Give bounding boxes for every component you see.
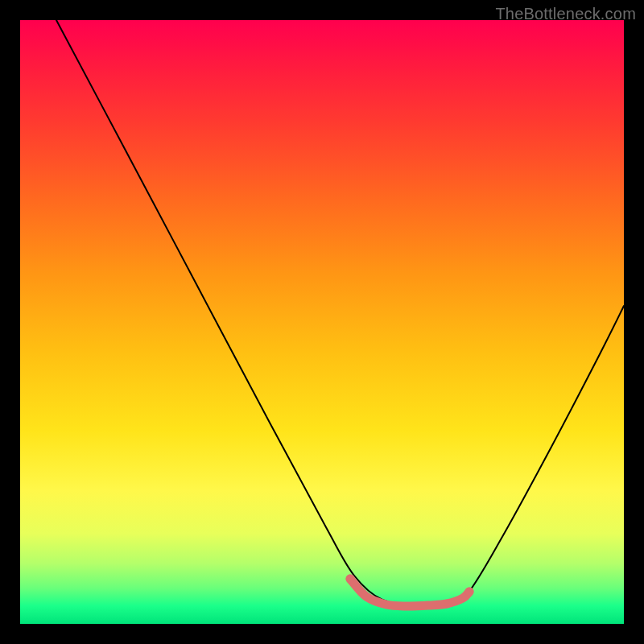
valley-end-dot-left xyxy=(346,575,355,584)
watermark-text: TheBottleneck.com xyxy=(495,5,636,23)
curve-layer xyxy=(20,20,624,624)
bottleneck-curve xyxy=(56,20,624,604)
plot-area xyxy=(20,20,624,624)
valley-end-dot-right xyxy=(465,588,474,597)
valley-highlight xyxy=(350,579,469,606)
chart-stage: TheBottleneck.com xyxy=(0,0,644,644)
